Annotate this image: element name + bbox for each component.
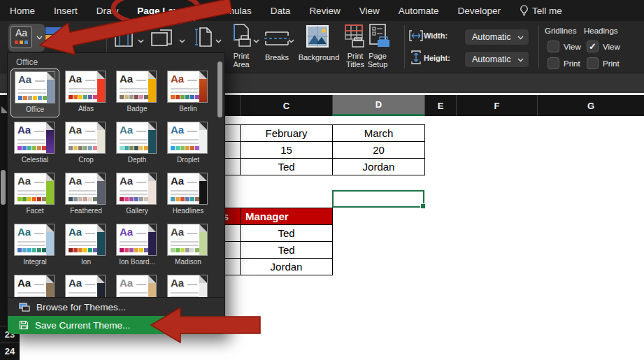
menu-item-browse-for-themes[interactable]: Browse for Themes... — [8, 298, 224, 316]
tab-page-layout[interactable]: Page Layout — [137, 6, 193, 16]
theme-option-integral[interactable]: AaIntegral — [10, 222, 59, 271]
theme-option-badge[interactable]: AaBadge — [113, 69, 162, 117]
height-select[interactable]: Automatic — [464, 51, 529, 68]
theme-option-madison[interactable]: AaMadison — [164, 222, 213, 271]
column-header-e[interactable]: E — [424, 95, 456, 116]
cell[interactable]: February — [241, 125, 333, 142]
page-setup-label[interactable]: Page Setup — [362, 52, 393, 69]
tab-home[interactable]: Home — [10, 6, 35, 16]
page-setup-icon[interactable] — [368, 24, 391, 49]
size-icon[interactable] — [194, 27, 213, 48]
theme-option-crop[interactable]: AaCrop — [62, 120, 110, 168]
theme-option[interactable]: Aa — [113, 273, 162, 297]
background-icon[interactable] — [306, 25, 329, 48]
margins-icon[interactable] — [114, 28, 134, 48]
tab-developer[interactable]: Developer — [457, 6, 501, 16]
panel-scrollbar-thumb[interactable] — [217, 62, 222, 117]
theme-name: Facet — [10, 207, 59, 215]
page-fold-icon — [47, 72, 55, 80]
breaks-label[interactable]: Breaks — [260, 53, 294, 62]
chevron-down-icon[interactable] — [253, 39, 259, 43]
chevron-down-icon[interactable] — [36, 36, 43, 40]
theme-option-headlines[interactable]: AaHeadlines — [164, 171, 213, 219]
theme-name: Depth — [113, 156, 162, 164]
tab-draw[interactable]: Draw — [96, 6, 119, 16]
theme-option[interactable]: Aa — [62, 273, 110, 297]
theme-option-droplet[interactable]: AaDroplet — [164, 120, 213, 168]
tab-automate[interactable]: Automate — [399, 6, 439, 16]
width-select[interactable]: Automatic — [464, 29, 529, 45]
theme-option-depth[interactable]: AaDepth — [113, 120, 162, 168]
theme-name: Celestial — [10, 156, 59, 164]
themes-dropdown-button[interactable]: Aa — [8, 24, 45, 52]
cell[interactable]: Jordan — [333, 159, 425, 175]
theme-thumbnail: Aa — [116, 122, 157, 154]
headings-print-checkbox[interactable] — [587, 57, 599, 69]
cell[interactable]: Ted — [241, 242, 333, 259]
cell[interactable]: 20 — [333, 142, 425, 159]
column-header-c[interactable]: C — [240, 95, 332, 116]
cell[interactable]: Jordan — [241, 259, 333, 275]
page-fold-icon — [97, 173, 105, 181]
tab-data[interactable]: Data — [271, 6, 291, 16]
theme-option-feathered[interactable]: AaFeathered — [62, 171, 110, 219]
headings-view-checkbox[interactable]: ✓ — [587, 41, 599, 52]
theme-option-gallery[interactable]: AaGallery — [113, 171, 162, 219]
row-header-24[interactable]: 24 — [0, 343, 20, 359]
divider — [404, 25, 405, 69]
theme-option-ion[interactable]: AaIon — [62, 222, 110, 271]
tab-view[interactable]: View — [359, 6, 380, 16]
gridlines-print-checkbox[interactable] — [548, 57, 559, 69]
manager-header-cell[interactable]: Manager — [241, 208, 333, 225]
theme-name: Headlines — [164, 207, 213, 215]
theme-option-facet[interactable]: AaFacet — [10, 171, 59, 219]
tab-formulas[interactable]: Formulas — [213, 6, 252, 16]
theme-name: Madison — [164, 258, 213, 266]
theme-name: Gallery — [113, 207, 162, 215]
print-area-label[interactable]: Print Area — [226, 52, 257, 69]
gridlines-view-checkbox[interactable] — [548, 41, 559, 52]
tab-insert[interactable]: Insert — [54, 6, 78, 16]
scrollbar-thumb[interactable] — [1, 170, 6, 205]
theme-option[interactable]: Aa — [10, 273, 59, 297]
cell[interactable]: Ted — [241, 225, 333, 242]
page-fold-icon — [199, 173, 207, 181]
cell[interactable]: 15 — [241, 142, 333, 159]
breaks-icon[interactable] — [263, 29, 291, 48]
tab-label: Formulas — [213, 6, 252, 16]
column-header-f[interactable]: F — [456, 95, 537, 116]
print-area-icon[interactable] — [230, 24, 252, 49]
fill-handle[interactable] — [420, 203, 426, 209]
theme-option-atlas[interactable]: AaAtlas — [62, 69, 110, 117]
chevron-down-icon[interactable] — [179, 39, 185, 43]
page-fold-icon — [97, 122, 105, 130]
chevron-down-icon[interactable] — [215, 39, 222, 43]
active-cell-selection[interactable] — [332, 190, 424, 208]
chevron-down-icon[interactable] — [138, 39, 144, 43]
chevron-down-icon — [517, 36, 524, 40]
menu-item-save-current-theme[interactable]: Save Current Theme... — [8, 316, 224, 334]
theme-option-office[interactable]: AaOffice — [10, 69, 59, 117]
page-fold-icon — [46, 275, 54, 283]
cell[interactable]: March — [333, 125, 425, 142]
chevron-down-icon[interactable] — [288, 39, 294, 43]
theme-option-celestial[interactable]: AaCelestial — [10, 120, 59, 168]
tab-label: Draw — [96, 6, 119, 16]
column-header-g[interactable]: G — [537, 95, 644, 116]
tab-review[interactable]: Review — [309, 6, 340, 16]
background-label[interactable]: Background — [294, 53, 344, 62]
theme-option[interactable]: Aa — [164, 273, 213, 297]
themes-icon[interactable]: Aa — [10, 26, 32, 48]
page-fold-icon — [199, 122, 207, 130]
theme-option-ion-board-[interactable]: AaIon Board... — [113, 222, 162, 271]
print-titles-icon[interactable] — [344, 24, 366, 49]
column-header-d[interactable]: D — [332, 95, 424, 116]
theme-option-berlin[interactable]: AaBerlin — [164, 69, 213, 117]
theme-thumbnail: Aa — [167, 224, 208, 256]
tab-tell-me[interactable]: Tell me — [520, 5, 562, 16]
tab-label: Home — [10, 6, 35, 16]
orientation-icon[interactable] — [151, 29, 176, 48]
theme-colors-icon[interactable] — [45, 27, 63, 43]
cell[interactable]: Ted — [241, 159, 333, 175]
theme-thumbnail: Aa — [167, 122, 208, 154]
